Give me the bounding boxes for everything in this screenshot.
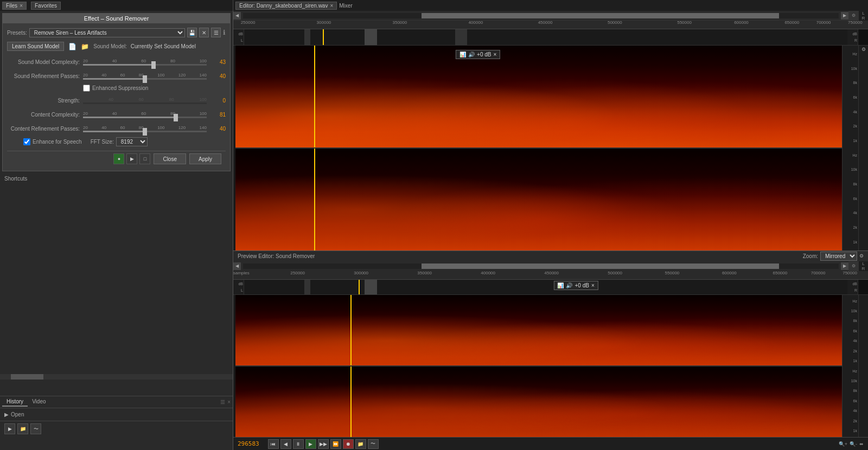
- video-tab[interactable]: Video: [28, 397, 50, 407]
- sound-model-complexity-slider[interactable]: 20 40 60 80 100: [83, 56, 207, 67]
- strength-label: Strength:: [7, 98, 83, 104]
- sound-refinement-passes-value: 40: [207, 73, 226, 79]
- status-time: 296583: [238, 440, 259, 447]
- preset-row: Presets: Remove Siren – Less Artifacts 💾…: [7, 28, 226, 37]
- editor-tab-close[interactable]: ×: [330, 3, 333, 9]
- slider-track-1[interactable]: [83, 64, 207, 66]
- sound-model-complexity-value: 43: [207, 59, 226, 65]
- info-btn[interactable]: ℹ: [223, 29, 226, 36]
- volume-box[interactable]: 📊 🔊 +0 dB ×: [456, 50, 500, 59]
- mixer-tab-label: Mixer: [339, 3, 352, 9]
- transport-fast-fwd[interactable]: ⏩: [330, 439, 341, 449]
- preview-right-controls[interactable]: [858, 295, 868, 437]
- slider-track-5[interactable]: [83, 131, 207, 132]
- volume-box-close[interactable]: ×: [493, 52, 496, 57]
- slider-thumb-2[interactable]: [143, 75, 147, 83]
- transport-next[interactable]: ▶▶: [318, 439, 329, 449]
- preview-scroll-right[interactable]: ▶: [841, 262, 848, 270]
- sound-refinement-passes-slider[interactable]: 20 40 60 80 100 120 140: [83, 70, 207, 81]
- volume-db: +0 dB: [477, 52, 491, 57]
- close-button[interactable]: Close: [154, 153, 186, 164]
- editor-main-tab[interactable]: Editor: Danny_skateboard_siren.wav ×: [235, 2, 337, 10]
- preview-scrollbar-track[interactable]: [243, 263, 839, 269]
- save-preset-btn[interactable]: 💾: [187, 28, 197, 37]
- left-tab-bar: Files × Favorites: [0, 0, 233, 11]
- transport-record[interactable]: ⏺: [343, 439, 354, 449]
- content-complexity-slider[interactable]: 20 40 60 80 100: [83, 109, 207, 120]
- scrollbar-track[interactable]: [243, 13, 839, 18]
- history-item-open: ▶ Open: [4, 410, 228, 419]
- file-icon: 📄: [68, 43, 76, 50]
- sound-model-label: Sound Model: Currently Set Sound Model: [93, 43, 196, 49]
- slider-track-4[interactable]: [83, 117, 207, 118]
- preview-scrollbar[interactable]: ◀ ▶ ⚙ L R: [233, 261, 868, 271]
- play-btn[interactable]: ▶: [126, 153, 137, 164]
- menu-preset-btn[interactable]: ☰: [211, 28, 221, 37]
- sound-model-complexity-label: Sound Model Complexity:: [7, 59, 83, 65]
- strength-slider[interactable]: 40 60 80 100: [83, 95, 207, 106]
- slider-thumb-1[interactable]: [151, 61, 156, 69]
- learn-model-btn[interactable]: Learn Sound Model: [7, 42, 64, 51]
- enhance-speech-checkbox[interactable]: [23, 138, 30, 145]
- slider-thumb-5[interactable]: [143, 128, 147, 136]
- zoom-out-btn[interactable]: 🔍-: [850, 441, 857, 447]
- preview-scroll-left[interactable]: ◀: [233, 262, 241, 270]
- mixer-tab[interactable]: Mixer: [339, 3, 352, 9]
- effect-panel: Effect – Sound Remover Presets: Remove S…: [2, 13, 231, 171]
- content-complexity-value: 81: [207, 112, 226, 118]
- enhanced-suppression-checkbox[interactable]: [83, 85, 90, 92]
- scroll-left-arrow[interactable]: ◀: [233, 12, 241, 20]
- favorites-tab[interactable]: Favorites: [31, 2, 61, 10]
- transport-prev[interactable]: ◀: [280, 439, 291, 449]
- preview-settings-btn[interactable]: ⚙: [859, 253, 864, 259]
- enhance-speech-row: Enhance for Speech FFT Size: 8192 512 10…: [7, 137, 226, 146]
- preset-select[interactable]: Remove Siren – Less Artifacts: [29, 28, 185, 37]
- panel-close-btn[interactable]: ×: [227, 399, 231, 405]
- left-panel: Effect – Sound Remover Presets: Remove S…: [0, 11, 233, 450]
- zoom-select[interactable]: Mirrored Full Custom: [820, 252, 857, 261]
- scroll-right-arrow[interactable]: ▶: [841, 12, 848, 20]
- slider-fill-1: [83, 64, 154, 66]
- files-tab-close[interactable]: ×: [20, 3, 23, 9]
- channel-expand-btn[interactable]: ⚙: [861, 47, 866, 52]
- bottom-spec-playhead: [314, 149, 315, 250]
- zoom-label: Zoom:: [803, 253, 818, 259]
- main-scrollbar[interactable]: ◀ ▶ ⚙ L R: [233, 11, 868, 21]
- preview-title: Preview Editor: Sound Remover: [238, 253, 803, 259]
- apply-button[interactable]: Apply: [189, 153, 221, 164]
- play-preview-btn[interactable]: ▶: [4, 423, 15, 434]
- main-spectrogram-wrapper: 📊 🔊 +0 dB ×: [233, 46, 868, 250]
- slider-track-3[interactable]: [83, 102, 207, 104]
- output-btn[interactable]: □: [139, 153, 150, 164]
- zoom-in-btn[interactable]: 🔍+: [839, 441, 847, 447]
- transport-output[interactable]: 〜: [368, 439, 379, 449]
- samples-label: samples: [233, 271, 250, 275]
- preview-volume-box[interactable]: 📊 🔊 +0 dB ×: [553, 281, 598, 290]
- history-tab[interactable]: History: [2, 397, 28, 407]
- scroll-options[interactable]: ⚙: [848, 11, 858, 20]
- transport-goto-start[interactable]: ⏮: [268, 439, 279, 449]
- slider-thumb-4[interactable]: [174, 114, 178, 121]
- transport-folder[interactable]: 📁: [355, 439, 366, 449]
- folder-browse-btn[interactable]: 📁: [17, 423, 28, 434]
- wave-btn[interactable]: 〜: [30, 423, 41, 434]
- history-item-icon: ▶: [4, 412, 9, 417]
- preview-vol-close[interactable]: ×: [591, 282, 595, 288]
- db-scale-left: dB L: [233, 29, 244, 45]
- content-refinement-slider[interactable]: 20 40 60 80 100 120 140: [83, 123, 207, 134]
- transport-pause[interactable]: ⏸: [293, 439, 304, 449]
- fit-btn[interactable]: ⬌: [859, 441, 864, 447]
- delete-preset-btn[interactable]: ✕: [199, 28, 209, 37]
- panel-menu-btn[interactable]: ☰: [220, 399, 225, 405]
- slider-track-2[interactable]: [83, 78, 207, 80]
- file-browser-scrollbar[interactable]: [0, 374, 233, 380]
- loop-btn[interactable]: ●: [113, 153, 124, 164]
- bottom-panel: History Video ☰ × ▶ Open ▶ 📁 〜: [0, 396, 233, 450]
- files-tab[interactable]: Files ×: [2, 2, 27, 10]
- right-tab-bar: Editor: Danny_skateboard_siren.wav × Mix…: [233, 2, 868, 10]
- fft-size-select[interactable]: 8192 512 1024 2048 4096 16384: [116, 137, 148, 146]
- transport-play[interactable]: ▶: [305, 439, 316, 449]
- right-margin: [858, 29, 868, 45]
- preview-scroll-options[interactable]: ⚙: [848, 261, 858, 271]
- right-edge-controls[interactable]: ⚙: [858, 46, 868, 250]
